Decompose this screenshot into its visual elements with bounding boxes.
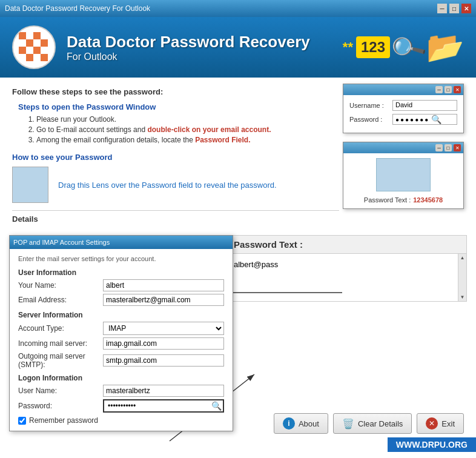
remember-checkbox[interactable] [18,417,26,425]
scroll-up-arrow[interactable]: ▲ [460,255,465,261]
dialog-username-input[interactable] [103,385,224,397]
window-title: Data Doctor Password Recovery For Outloo… [5,4,150,13]
account-type-row: Account Type: IMAP [18,322,224,335]
about-button[interactable]: i About [274,413,328,434]
mini-window-reveal: ─ □ ✕ Password Text : 12345678 [343,142,464,209]
number-badge: 123 [356,36,390,58]
email-dialog: POP and IMAP Account Settings Enter the … [9,235,233,431]
outgoing-server-input[interactable] [103,354,224,367]
envelope-icon: 📂 [426,30,464,65]
exit-label: Exit [441,419,455,428]
mini-username-label: Username : [349,102,389,109]
email-dialog-titlebar: POP and IMAP Account Settings [10,236,233,249]
email-address-row: Email Address: [18,294,224,306]
incoming-server-label: Incoming mail server: [18,339,103,348]
your-name-row: Your Name: [18,279,224,291]
incoming-server-input[interactable] [103,337,224,350]
step2-highlight: double-click on your email account. [147,125,271,134]
mini-password-value: ●●●●●●● 🔍 [392,114,457,125]
dialog-password-input[interactable] [105,400,210,411]
email-address-input[interactable] [103,294,224,306]
about-icon: i [283,417,295,430]
stars-icon: ** [343,39,353,55]
email-dialog-subtitle: Enter the mail server settings for your … [18,255,224,262]
lens-preview [12,167,48,203]
how-section: How to see your Password Drag this Lens … [12,153,339,203]
step3-highlight: Password Field. [195,136,250,144]
mini-win2-close[interactable]: ✕ [454,144,461,151]
title-bar-buttons: ─ □ ✕ [437,4,471,13]
scroll-down-arrow[interactable]: ▼ [460,294,465,300]
password-reveal-box [376,158,431,191]
password-dots: ●●●●●●● [395,116,429,123]
password-display-body: albert@pass ▲ ▼ [227,253,467,302]
mini-password-label: Password : [349,116,389,123]
dialog-username-row: User Name: [18,385,224,397]
outgoing-server-label: Outgoing mail server (SMTP): [18,352,103,369]
steps-list: Please run your Outlook. Go to E-mail ac… [36,115,339,144]
remember-row: Remember password [18,416,224,425]
header-decoration: ** 123 🔍 📂 [343,30,464,65]
password-text-label: Password Text : [234,239,303,250]
scrollbar[interactable]: ▲ ▼ [458,254,466,301]
app-header: Data Doctor Password Recovery For Outloo… [0,17,476,78]
step-3: Among the email configuration details, l… [36,136,339,144]
logo-circle [12,25,56,69]
mini-username-value: David [392,100,457,111]
remember-label: Remember password [29,416,98,425]
password-display-header: Password Text : [227,235,467,253]
follow-steps-title: Follow these steps to see the password: [12,87,339,96]
drpu-watermark: WWW.DRPU.ORG [388,437,476,452]
mini-password-text-label: Password Text : [364,196,411,204]
password-display-wrapper: Password Text : albert@pass ▲ ▼ [227,235,467,410]
mini-password-text-row: Password Text : 12345678 [364,196,443,204]
your-name-input[interactable] [103,279,224,291]
mini-username-row: Username : David [349,100,457,111]
email-address-label: Email Address: [18,296,103,304]
bottom-buttons: i About 🗑️ Clear Details ✕ Exit [274,413,464,434]
steps-section: Steps to open the Password Window Please… [12,102,339,144]
magnifier-icon: 🔍 [388,27,429,67]
step-2: Go to E-mail account settings and double… [36,125,339,134]
how-section-content: Drag this Lens over the Password field t… [12,167,339,203]
maximize-button[interactable]: □ [449,4,459,13]
dialog-password-row: Password: 🔍 [18,399,224,413]
close-button[interactable]: ✕ [461,4,471,13]
mini-password-row: Password : ●●●●●●● 🔍 [349,114,457,125]
account-type-label: Account Type: [18,324,103,333]
email-dialog-body: Enter the mail server settings for your … [10,249,233,431]
details-title: Details [12,210,339,224]
magnifier-small-icon: 🔍 [431,114,441,124]
dialog-username-label: User Name: [18,387,103,395]
server-info-title: Server Information [18,311,224,319]
mini-win2-max[interactable]: □ [445,144,452,151]
app-title-block: Data Doctor Password Recovery For Outloo… [67,33,310,62]
mini-window2-body: Password Text : 12345678 [343,153,463,208]
about-label: About [299,419,319,428]
instructions-column: Follow these steps to see the password: … [12,87,339,224]
mini-window1-titlebar: ─ □ ✕ [343,84,463,95]
mini-window-login: ─ □ ✕ Username : David Password : ●●●●●●… [343,84,464,133]
account-type-select[interactable]: IMAP [103,322,224,335]
incoming-server-row: Incoming mail server: [18,337,224,350]
mini-win1-max[interactable]: □ [445,86,452,93]
mini-window1-body: Username : David Password : ●●●●●●● 🔍 [343,95,463,133]
clear-details-button[interactable]: 🗑️ Clear Details [333,413,412,434]
minimize-button[interactable]: ─ [437,4,447,13]
clear-icon: 🗑️ [342,417,354,430]
mini-win1-close[interactable]: ✕ [454,86,461,93]
logo-checkerboard [19,32,49,62]
email-dialog-title: POP and IMAP Account Settings [13,239,110,246]
password-magnifier-icon: 🔍 [211,401,222,411]
clear-label: Clear Details [358,419,403,428]
dialog-password-label: Password: [18,402,103,410]
main-content: Follow these steps to see the password: … [0,78,476,458]
title-bar: Data Doctor Password Recovery For Outloo… [0,0,476,17]
password-text-value: albert@pass [234,260,278,269]
exit-button[interactable]: ✕ Exit [417,413,464,434]
logon-info-title: Logon Information [18,374,224,382]
mini-win1-min[interactable]: ─ [435,86,443,93]
how-section-title: How to see your Password [12,153,339,162]
mini-win2-min[interactable]: ─ [435,144,443,151]
your-name-label: Your Name: [18,281,103,290]
